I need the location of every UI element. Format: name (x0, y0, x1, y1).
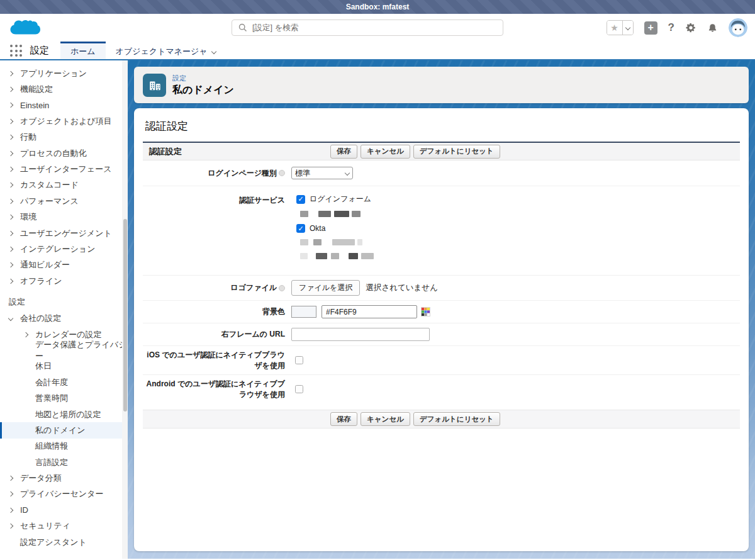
sidebar-item-label: カスタムコード (20, 179, 79, 191)
background-color-input[interactable] (322, 305, 417, 318)
tab-home[interactable]: ホーム (60, 42, 106, 59)
sidebar-item[interactable]: 会社の設定 (0, 310, 128, 326)
sidebar-item[interactable]: データ分類 (0, 470, 128, 486)
sidebar-item[interactable]: 会計年度 (0, 374, 128, 390)
cancel-button[interactable]: キャンセル (361, 412, 410, 426)
page-title: 私のドメイン (172, 84, 234, 97)
setup-sidebar: アプリケーション機能設定Einsteinオブジェクトおよび項目行動プロセスの自動… (0, 60, 128, 559)
main-area: 設定 私のドメイン 認証設定 認証設定 保存キャンセルデフォルトにリセット ログ… (128, 60, 755, 559)
save-button[interactable]: 保存 (330, 145, 357, 159)
sidebar-item[interactable]: セキュリティ (0, 518, 128, 534)
sidebar-item[interactable]: ユーザエンゲージメント (0, 225, 128, 241)
sidebar-item[interactable]: 営業時間 (0, 390, 128, 406)
search-icon (238, 23, 247, 32)
sidebar-item[interactable]: アプリケーション (0, 65, 128, 81)
gear-icon (685, 22, 696, 33)
logo-file-label: ロゴファイル (230, 283, 277, 293)
sidebar-item-label: プロセスの自動化 (20, 148, 87, 159)
login-page-type-select[interactable]: 標準 (291, 167, 353, 179)
tab-label: ホーム (70, 46, 96, 57)
sidebar-item[interactable]: 組織情報 (0, 439, 128, 454)
chevron-right-icon (8, 262, 13, 267)
color-picker-icon[interactable] (421, 307, 430, 316)
form-row-auth-services: 認証サービス ✓ログインフォーム✓Okta (143, 186, 740, 276)
chevron-right-icon (8, 103, 13, 108)
notifications-button[interactable] (707, 23, 718, 33)
sidebar-item-label: Einstein (20, 101, 49, 110)
sidebar-item[interactable]: プライバシーセンター (0, 486, 128, 502)
sidebar-scrollbar-track[interactable] (122, 60, 128, 559)
avatar-astro-icon (729, 18, 747, 37)
user-avatar[interactable] (729, 18, 747, 37)
sidebar-item[interactable]: オフライン (0, 273, 128, 289)
chevron-right-icon (8, 247, 13, 252)
sidebar-item[interactable]: 行動 (0, 130, 128, 145)
search-placeholder: [設定] を検索 (252, 23, 298, 33)
tab-object-manager[interactable]: オブジェクトマネージャ (106, 42, 226, 59)
sidebar-item[interactable]: 言語設定 (0, 454, 128, 470)
salesforce-logo (9, 17, 40, 42)
favorites-star-icon[interactable]: ★ (607, 21, 622, 35)
sidebar-item-label: プライバシーセンター (20, 488, 103, 500)
sidebar-item[interactable]: 休日 (0, 359, 128, 374)
help-button[interactable]: ? (668, 21, 674, 34)
sidebar-item[interactable]: 環境 (0, 210, 128, 225)
sidebar-item[interactable]: 通知ビルダー (0, 257, 128, 273)
sidebar-item-label: オフライン (20, 276, 62, 287)
sidebar-item[interactable]: ユーザインターフェース (0, 161, 128, 177)
choose-file-button[interactable]: ファイルを選択 (291, 280, 360, 296)
setup-gear-button[interactable] (685, 22, 696, 33)
sidebar-item-label: 言語設定 (35, 457, 68, 468)
sidebar-item[interactable]: カスタムコード (0, 177, 128, 193)
app-launcher-icon[interactable] (10, 45, 23, 57)
sidebar-scrollbar-thumb[interactable] (123, 219, 127, 412)
top-button-group: 保存キャンセルデフォルトにリセット (330, 143, 500, 160)
reset-default-button[interactable]: デフォルトにリセット (413, 145, 500, 159)
sidebar-item[interactable]: データ保護とプライバシー (0, 342, 128, 358)
reset-default-button[interactable]: デフォルトにリセット (413, 412, 500, 426)
help-icon[interactable] (279, 285, 285, 291)
page-header-eyebrow: 設定 (172, 74, 234, 83)
card-title: 認証設定 (134, 108, 749, 142)
chevron-down-icon (625, 25, 630, 30)
sidebar-item[interactable]: インテグレーション (0, 241, 128, 257)
quick-create-button[interactable]: + (644, 21, 657, 35)
sidebar-item[interactable]: 機能設定 (0, 81, 128, 97)
auth-config-card: 認証設定 認証設定 保存キャンセルデフォルトにリセット ログインページ種別 標準 (134, 108, 749, 551)
background-color-label: 背景色 (262, 306, 285, 317)
sidebar-item-label: 営業時間 (35, 393, 68, 404)
sidebar-item-label: データ分類 (20, 473, 62, 484)
chevron-right-icon (8, 199, 13, 204)
sidebar-section-label: 設定 (0, 294, 128, 310)
sidebar-item[interactable]: プロセスの自動化 (0, 145, 128, 161)
sidebar-item[interactable]: Einstein (0, 98, 128, 113)
sidebar-item[interactable]: ID (0, 502, 128, 518)
sidebar-item-label: アプリケーション (20, 68, 87, 79)
color-swatch[interactable] (291, 306, 316, 318)
cancel-button[interactable]: キャンセル (361, 145, 410, 159)
section-footer: 保存キャンセルデフォルトにリセット (143, 410, 740, 428)
chevron-right-icon (8, 215, 13, 220)
sidebar-item[interactable]: 私のドメイン (0, 422, 128, 438)
setup-nav-bar: 設定 ホームオブジェクトマネージャ (0, 42, 755, 60)
sidebar-item[interactable]: オブジェクトおよび項目 (0, 113, 128, 129)
sidebar-item[interactable]: 設定アシスタント (0, 534, 128, 550)
ios-native-browser-checkbox[interactable] (295, 356, 303, 364)
auth-service-checkbox[interactable]: ✓ (296, 224, 305, 233)
redacted-text (300, 210, 740, 217)
auth-service-checkbox[interactable]: ✓ (296, 195, 305, 204)
search-input[interactable]: [設定] を検索 (232, 20, 503, 36)
favorites-dropdown-button[interactable] (622, 21, 633, 35)
android-native-browser-checkbox[interactable] (295, 385, 303, 393)
right-frame-url-input[interactable] (291, 328, 430, 341)
file-status-text: 選択されていません (366, 283, 438, 293)
chevron-right-icon (8, 87, 13, 92)
save-button[interactable]: 保存 (330, 412, 357, 426)
chevron-right-icon (8, 119, 13, 124)
help-icon[interactable] (279, 170, 285, 176)
sidebar-item[interactable]: パフォーマンス (0, 193, 128, 209)
sidebar-item[interactable]: 地図と場所の設定 (0, 406, 128, 422)
sidebar-item-label: セキュリティ (20, 520, 70, 532)
form-row-android-native-browser: Android でのユーザ認証にネイティブブラウザを使用 (143, 375, 740, 403)
chevron-right-icon (8, 524, 13, 529)
